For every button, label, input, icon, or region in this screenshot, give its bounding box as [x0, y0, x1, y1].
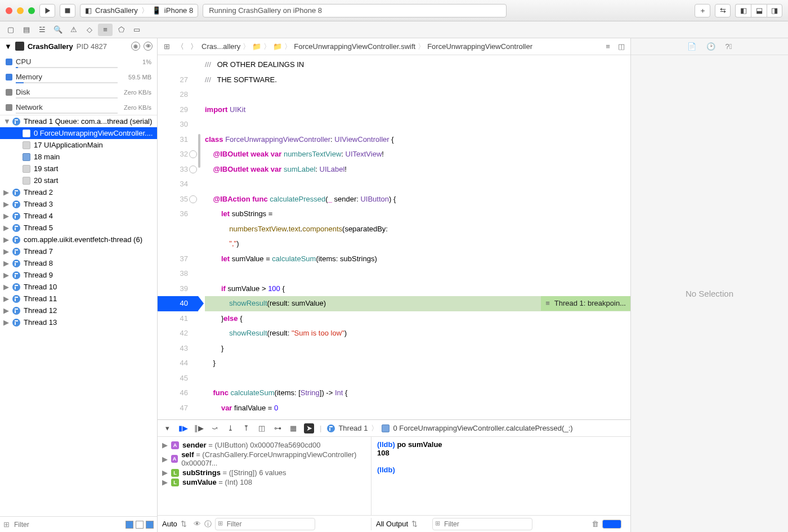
variables-view[interactable]: ▶ A sender = (UIButton) 0x00007fea5690cd… [158, 437, 371, 515]
line-number[interactable]: 27 [158, 73, 198, 88]
debug-frame-label[interactable]: 0 ForceUnwrappingViewController.calculat… [393, 424, 572, 432]
forward-icon[interactable]: 〉 [188, 42, 199, 52]
filter-opt1-icon[interactable] [126, 521, 133, 529]
stack-frame-row[interactable]: 18 main [0, 151, 157, 163]
scheme-selector[interactable]: ◧ CrashGallery 〉 📱 iPhone 8 [80, 4, 198, 17]
breakpoint-gutter-icon[interactable] [189, 166, 197, 173]
line-number[interactable]: 31 [158, 132, 198, 147]
code-line[interactable]: } [205, 356, 630, 371]
thread-row[interactable]: ▶com.apple.uikit.eventfetch-thread (6) [0, 234, 157, 245]
quicklook-icon[interactable]: 👁 [194, 520, 201, 528]
debug-nav-icon[interactable]: ≡ [98, 24, 113, 36]
info-icon[interactable]: ⓘ [204, 519, 212, 529]
help-inspector-icon[interactable]: ?⃝ [726, 42, 732, 51]
back-icon[interactable]: 〈 [174, 42, 186, 52]
thread-row[interactable]: ▶Thread 3 [0, 198, 157, 210]
code-line[interactable]: @IBOutlet weak var sumLabel: UILabel! [205, 162, 630, 177]
thread-row[interactable]: ▼Thread 1 Queue: com.a...thread (serial) [0, 115, 157, 127]
stop-button[interactable] [60, 4, 75, 17]
step-into-icon[interactable]: ⤓ [225, 423, 235, 433]
breakpoint-nav-icon[interactable]: ⬠ [114, 24, 128, 36]
breakpoint-banner[interactable]: ≡Thread 1: breakpoin... [541, 296, 630, 311]
thread-row[interactable]: ▶Thread 12 [0, 305, 157, 316]
crumb-project[interactable]: Cras...allery [202, 42, 240, 51]
cpu-view-icon[interactable]: ◉ [131, 42, 140, 51]
line-number[interactable]: 34 [158, 177, 198, 192]
disclosure-icon[interactable]: ▶ [162, 441, 168, 449]
issue-nav-icon[interactable]: ⚠ [66, 24, 81, 36]
toggle-left-panel-button[interactable]: ◧ [735, 4, 751, 17]
code-line[interactable]: import UIKit [205, 102, 630, 118]
symbol-nav-icon[interactable]: ☱ [35, 24, 50, 36]
jump-bar[interactable]: ⊞ 〈 〉 Cras...allery 〉📁 〉📁 〉ForceUnwrappi… [158, 38, 630, 55]
scrollbar-icon[interactable] [198, 134, 200, 168]
auto-scope-select[interactable]: Auto [162, 520, 177, 528]
minimap-icon[interactable]: ≡ [602, 42, 614, 51]
thread-row[interactable]: ▶Thread 11 [0, 293, 157, 305]
line-number[interactable]: 36 [158, 207, 198, 222]
stack-frame-row[interactable]: 19 start [0, 163, 157, 175]
line-number[interactable]: 40 [158, 296, 198, 311]
code-line[interactable]: }else { [205, 311, 630, 327]
line-number[interactable] [158, 57, 198, 73]
zoom-window-icon[interactable] [28, 7, 35, 14]
run-button[interactable] [39, 4, 55, 17]
code-line[interactable]: /// OR OTHER DEALINGS IN [205, 57, 630, 73]
breakpoints-toggle-icon[interactable]: ▮▶ [178, 423, 188, 433]
assistant-icon[interactable]: ◫ [616, 42, 627, 51]
filter-opt2-icon[interactable] [136, 521, 144, 529]
toggle-right-panel-button[interactable]: ◨ [767, 4, 782, 17]
library-button[interactable]: ＋ [695, 4, 710, 17]
variable-row[interactable]: ▶ A self = (CrashGallery.ForceUnwrapping… [162, 450, 366, 468]
thread-row[interactable]: ▶Thread 2 [0, 186, 157, 198]
code-editor[interactable]: 27282930313233343536 3738394041424344454… [158, 55, 630, 419]
output-scope-select[interactable]: All Output [376, 520, 408, 528]
code-line[interactable] [205, 371, 630, 386]
disclosure-icon[interactable]: ▼ [5, 42, 12, 51]
file-inspector-icon[interactable]: 📄 [687, 42, 696, 51]
crumb-symbol[interactable]: ForceUnwrappingViewController [427, 42, 532, 51]
stack-frame-row[interactable]: 17 UIApplicationMain [0, 139, 157, 151]
toggle-bottom-panel-button[interactable]: ⬓ [751, 4, 767, 17]
thread-row[interactable]: ▶Thread 9 [0, 269, 157, 281]
code-line[interactable]: let subStrings = [205, 207, 630, 222]
line-number[interactable]: 35 [158, 192, 198, 207]
thread-row[interactable]: ▶Thread 10 [0, 281, 157, 293]
code-line[interactable]: var finalValue = 0 [205, 401, 630, 416]
memory-graph-icon[interactable]: ⊶ [272, 423, 283, 433]
code-line[interactable]: @IBAction func calculatePressed(_ sender… [205, 192, 630, 207]
line-number[interactable]: 38 [158, 266, 198, 281]
line-number[interactable]: 47 [158, 401, 198, 416]
stack-frame-row[interactable]: 0 ForceUnwrappingViewController.... [0, 127, 157, 139]
debug-pane-toggle[interactable] [602, 520, 621, 529]
crumb-folder2[interactable]: 📁 [273, 42, 282, 51]
code-line[interactable] [205, 266, 630, 281]
navigator-filter-input[interactable] [12, 518, 123, 531]
console-view[interactable]: (lldb) po sumValue 108 (lldb) [371, 437, 630, 515]
crumb-folder1[interactable]: 📁 [252, 42, 261, 51]
step-over-icon[interactable]: ⤻ [209, 423, 220, 433]
variable-row[interactable]: ▶ A sender = (UIButton) 0x00007fea5690cd… [162, 440, 366, 450]
location-icon[interactable]: ➤ [304, 423, 314, 433]
breakpoint-gutter-icon[interactable] [189, 150, 197, 158]
gauge-disk[interactable]: Disk Zero KB/s [0, 84, 157, 100]
line-number[interactable]: 39 [158, 281, 198, 297]
variable-row[interactable]: ▶ L subStrings = ([String]) 6 values [162, 468, 366, 477]
source-control-nav-icon[interactable]: ▤ [19, 24, 34, 36]
line-number[interactable]: 29 [158, 102, 198, 118]
crumb-file[interactable]: ForceUnwrappingViewController.swift [294, 42, 415, 51]
code-line[interactable]: showResult(result: "Sum is too low") [205, 326, 630, 341]
line-number[interactable]: 42 [158, 326, 198, 341]
related-items-icon[interactable]: ⊞ [161, 42, 172, 51]
view-debug-icon[interactable]: ◫ [257, 423, 267, 433]
hide-debug-icon[interactable]: ▾ [162, 423, 172, 433]
report-nav-icon[interactable]: ▭ [129, 24, 144, 36]
thread-row[interactable]: ▶Thread 5 [0, 222, 157, 234]
gauge-memory[interactable]: Memory 59.5 MB [0, 69, 157, 84]
code-line[interactable]: numbersTextView.text.components(separate… [205, 222, 630, 237]
code-line[interactable]: /// THE SOFTWARE. [205, 73, 630, 88]
disclosure-icon[interactable]: ▶ [162, 455, 168, 463]
line-number[interactable]: 41 [158, 311, 198, 327]
continue-icon[interactable]: ‖▶ [194, 423, 204, 433]
close-window-icon[interactable] [6, 7, 12, 14]
